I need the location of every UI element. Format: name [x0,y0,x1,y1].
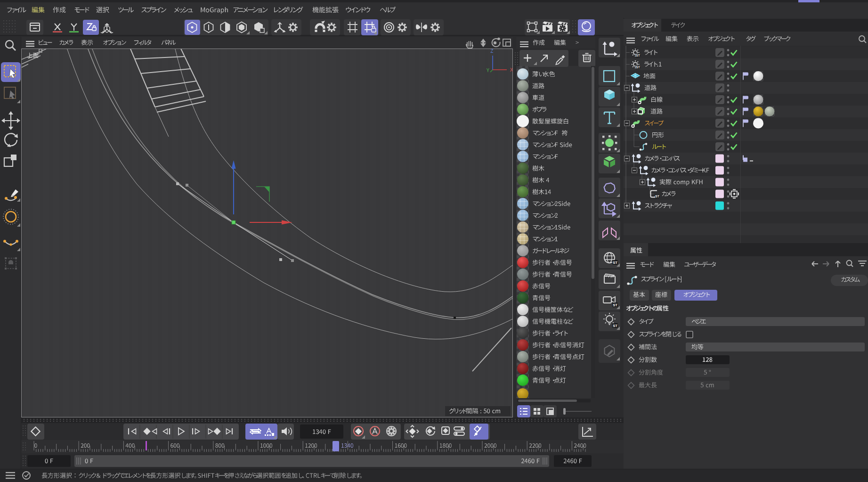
svg-text:ST: ST [636,54,640,57]
svg-text:ST: ST [613,324,617,328]
svg-text:ST: ST [636,65,640,69]
svg-text:ST: ST [655,195,659,198]
svg-text:ST: ST [613,261,617,265]
svg-text:ST: ST [613,303,617,307]
